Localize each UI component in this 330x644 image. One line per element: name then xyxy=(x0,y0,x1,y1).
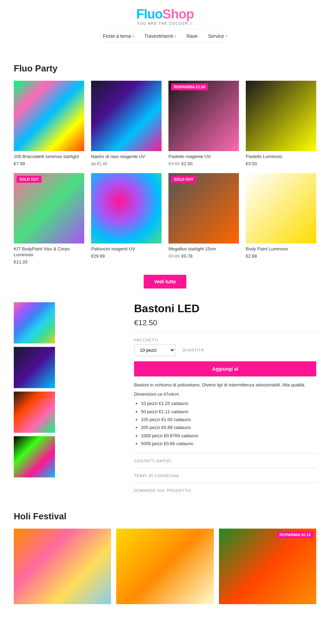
product-info: Bastoni LED €12.50 PACCHETTI 10 pezzi50 … xyxy=(134,302,316,497)
product-name: Megafluo starlight 15cm xyxy=(168,246,239,252)
divider xyxy=(134,332,316,333)
product-price: €3.50 xyxy=(246,161,316,166)
product-image-4[interactable] xyxy=(14,436,55,477)
product-card[interactable]: SOLD OUT KIT BodyPaint Viso & Corpo Lumi… xyxy=(14,173,84,264)
product-card[interactable]: Body Paint Luminoso €2.88 xyxy=(246,173,316,264)
product-name: 100 Braccialetti luminosi starlight xyxy=(14,154,84,160)
product-image xyxy=(246,81,316,151)
pacchetti-row: 10 pezzi50 pezzi100 pezzi200 pezzi1000 p… xyxy=(134,344,316,356)
logo[interactable]: FluoShop YOU ARE THE COLOUR.it xyxy=(136,7,194,25)
product-image: SOLD OUT xyxy=(168,173,239,244)
product-badge: SOLD OUT xyxy=(16,176,42,183)
bullet-item: 50 pezzi €1.11 cadauno xyxy=(141,408,316,416)
product-image-placeholder xyxy=(91,173,162,244)
product-badge: SOLD OUT xyxy=(171,176,196,183)
product-price: €12.50 xyxy=(134,318,316,327)
product-image: SOLD OUT xyxy=(14,173,84,244)
product-bullets: 10 pezzi €1.25 cadauno50 pezzi €1.11 cad… xyxy=(134,399,316,448)
chevron-down-icon: ▾ xyxy=(132,34,134,38)
nav-rave[interactable]: Rave xyxy=(186,33,198,39)
logo-shop: Shop xyxy=(163,7,194,21)
accordion-label: CONTATTI RAPIDI xyxy=(134,459,171,463)
logo-fluo: Fluo xyxy=(136,7,162,21)
product-image: RISPARMIA €1.00 xyxy=(168,81,239,151)
product-image-2[interactable] xyxy=(14,347,55,388)
product-image-3[interactable] xyxy=(14,392,55,433)
product-name: KIT BodyPaint Viso & Corpo Luminoso xyxy=(14,246,84,258)
holi-product-image: RISPARMIA €0.15 xyxy=(219,529,316,604)
accordion-item[interactable]: TEMPI DI CONSEGNA xyxy=(134,468,316,483)
product-price: €2.88 xyxy=(246,253,316,259)
chevron-down-icon: ▾ xyxy=(174,34,176,38)
product-image-placeholder xyxy=(168,173,239,244)
holi-product-card[interactable] xyxy=(116,529,213,604)
product-price: €7.99 xyxy=(14,161,84,166)
product-card[interactable]: RISPARMIA €1.00 Pastello reagente UV €3.… xyxy=(168,81,239,166)
nav-service[interactable]: Service ▾ xyxy=(208,33,227,39)
accordion-item[interactable]: DOMANDE SUL PRODOTTO xyxy=(134,483,316,497)
product-name: Body Paint Luminoso xyxy=(246,246,316,252)
accordion-label: TEMPI DI CONSEGNA xyxy=(134,474,179,478)
product-image-placeholder xyxy=(14,81,84,151)
product-image xyxy=(246,173,316,244)
product-price: €29.99 xyxy=(91,253,162,259)
bullet-item: 1000 pezzi €0.8769 cadauno xyxy=(141,432,316,440)
product-image xyxy=(91,81,162,151)
product-card[interactable]: Pastello Luminoso €3.50 xyxy=(246,81,316,166)
holi-badge: RISPARMIA €0.15 xyxy=(277,531,314,538)
product-description: Bastoni in schiuma di poliuretano. Diver… xyxy=(134,382,316,388)
pacchetti-select[interactable]: 10 pezzi50 pezzi100 pezzi200 pezzi1000 p… xyxy=(134,344,175,356)
product-image xyxy=(91,173,162,244)
vedi-tutte-wrapper: Vedi tutte xyxy=(14,275,316,289)
bullet-item: 200 pezzi €0.89 cadauno xyxy=(141,423,316,431)
accordion-label: DOMANDE SUL PRODOTTO xyxy=(134,488,191,493)
product-price: €11.33 xyxy=(14,259,84,264)
nav-travestimenti[interactable]: Travestimenti ▾ xyxy=(144,33,176,39)
product-dimensions: Dimensioni ca 47x4cm xyxy=(134,392,316,397)
quantita-label: QUANTITÀ xyxy=(182,348,204,352)
product-name: Pastello Luminoso xyxy=(246,154,316,160)
bullet-item: 5000 pezzi €0.66 cadauno xyxy=(141,440,316,448)
product-price: da €1.45 xyxy=(91,161,162,166)
accordion: CONTATTI RAPIDITEMPI DI CONSEGNADOMANDE … xyxy=(134,453,316,497)
accordion-item[interactable]: CONTATTI RAPIDI xyxy=(134,453,316,468)
nav-feste-a-tema[interactable]: Feste a tema ▾ xyxy=(103,33,134,39)
main-content: Fluo Party 100 Braccialetti luminosi sta… xyxy=(0,46,330,611)
fluo-party-grid: 100 Braccialetti luminosi starlight €7.9… xyxy=(14,81,316,264)
pacchetti-label: PACCHETTI xyxy=(134,338,316,342)
bullet-item: 10 pezzi €1.25 cadauno xyxy=(141,399,316,407)
product-name: Pastello reagente UV xyxy=(168,154,239,160)
product-image-placeholder xyxy=(91,81,162,151)
product-image-1[interactable] xyxy=(14,302,55,343)
product-image-placeholder xyxy=(14,173,84,244)
holi-product-image xyxy=(14,529,111,604)
vedi-tutte-button[interactable]: Vedi tutte xyxy=(144,275,186,289)
holi-grid: RISPARMIA €0.15 xyxy=(14,529,316,604)
product-image-placeholder xyxy=(246,81,316,151)
holi-product-image xyxy=(116,529,213,604)
fluo-party-title: Fluo Party xyxy=(14,63,316,74)
header: FluoShop YOU ARE THE COLOUR.it Feste a t… xyxy=(0,0,330,46)
product-badge: RISPARMIA €1.00 xyxy=(171,83,208,90)
main-nav: Feste a tema ▾ Travestimenti ▾ Rave Serv… xyxy=(103,30,227,43)
product-card[interactable]: Nastro di raso reagente UV da €1.45 xyxy=(91,81,162,166)
logo-tagline: YOU ARE THE COLOUR.it xyxy=(136,22,194,25)
product-images xyxy=(14,302,124,497)
product-card[interactable]: SOLD OUT Megafluo starlight 15cm €0.99€0… xyxy=(168,173,239,264)
product-image-placeholder xyxy=(168,81,239,151)
product-price: €0.99€0.78 xyxy=(168,253,239,259)
bullet-item: 100 pezzi €1.00 cadauno xyxy=(141,416,316,423)
product-price: €3.50€2.50 xyxy=(168,161,239,166)
product-name: Palloncini reagenti UV xyxy=(91,246,162,252)
product-title: Bastoni LED xyxy=(134,302,316,315)
chevron-down-icon: ▾ xyxy=(226,34,227,38)
product-card[interactable]: Palloncini reagenti UV €29.99 xyxy=(91,173,162,264)
product-card[interactable]: 100 Braccialetti luminosi starlight €7.9… xyxy=(14,81,84,166)
holi-product-card[interactable] xyxy=(14,529,111,604)
product-image xyxy=(14,81,84,151)
holi-product-card[interactable]: RISPARMIA €0.15 xyxy=(219,529,316,604)
aggiungi-button[interactable]: Aggiungi al xyxy=(134,361,316,376)
bastoni-led-section: Bastoni LED €12.50 PACCHETTI 10 pezzi50 … xyxy=(14,302,316,497)
holi-festival-title: Holi Festival xyxy=(14,511,316,522)
product-image-placeholder xyxy=(246,173,316,244)
